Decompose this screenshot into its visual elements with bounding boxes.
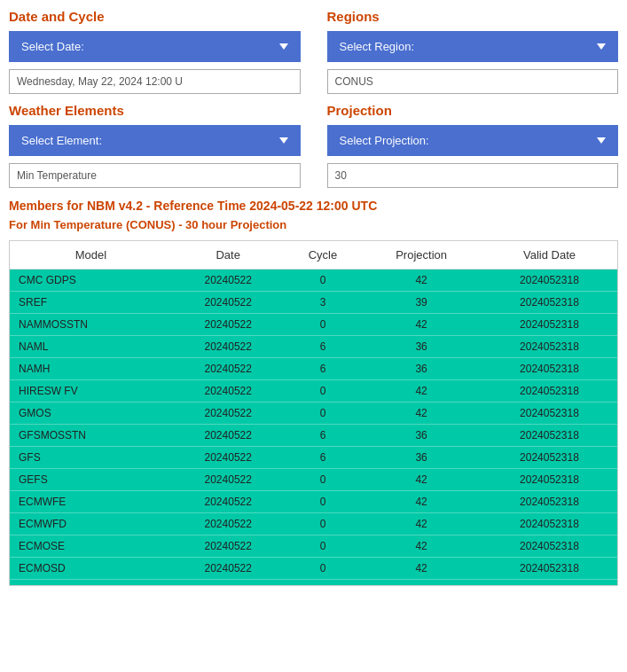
table-cell: 6 [285, 425, 362, 447]
table-cell: ECMWFD [10, 513, 172, 535]
members-table: Model Date Cycle Projection Valid Date C… [10, 241, 617, 586]
table-row: CMCE202405220422024052318 [10, 580, 617, 587]
table-cell: NAML [10, 336, 172, 358]
table-row: SREF202405223392024052318 [10, 292, 617, 314]
table-cell: 2024052318 [482, 558, 617, 580]
members-subtitle: For Min Temperature (CONUS) - 30 hour Pr… [9, 218, 618, 231]
table-cell: 20240522 [172, 292, 285, 314]
table-row: GFS202405226362024052318 [10, 447, 617, 469]
table-cell: 39 [361, 292, 482, 314]
date-value-input[interactable] [9, 69, 301, 94]
select-date-label: Select Date: [21, 40, 84, 53]
table-cell: 42 [361, 314, 482, 336]
table-cell: 0 [285, 469, 362, 491]
select-element-label: Select Element: [21, 134, 102, 147]
table-row: ECMWFD202405220422024052318 [10, 513, 617, 535]
col-date: Date [172, 241, 285, 270]
table-cell: 42 [361, 580, 482, 587]
table-cell: CMCE [10, 580, 172, 587]
table-row: NAML202405226362024052318 [10, 336, 617, 358]
table-cell: 2024052318 [482, 270, 617, 292]
table-cell: 20240522 [172, 425, 285, 447]
table-cell: 20240522 [172, 336, 285, 358]
select-projection-dropdown[interactable]: Select Projection: [327, 125, 619, 156]
table-cell: 0 [285, 513, 362, 535]
table-cell: 2024052318 [482, 292, 617, 314]
table-cell: 6 [285, 447, 362, 469]
table-cell: GEFS [10, 469, 172, 491]
select-element-dropdown[interactable]: Select Element: [9, 125, 301, 156]
table-cell: 2024052318 [482, 425, 617, 447]
table-cell: 42 [361, 402, 482, 425]
select-date-dropdown[interactable]: Select Date: [9, 31, 301, 62]
table-cell: NAMH [10, 358, 172, 380]
table-cell: ECMOSD [10, 558, 172, 580]
table-row: ECMOSE202405220422024052318 [10, 535, 617, 558]
table-cell: 0 [285, 314, 362, 336]
table-cell: ECMOSE [10, 535, 172, 558]
table-cell: 20240522 [172, 558, 285, 580]
table-cell: 20240522 [172, 580, 285, 587]
date-cycle-panel: Date and Cycle Select Date: Weather Elem… [9, 9, 301, 188]
table-cell: 2024052318 [482, 491, 617, 513]
chevron-down-icon [279, 43, 288, 50]
regions-panel: Regions Select Region: Projection Select… [327, 9, 619, 188]
table-cell: 42 [361, 535, 482, 558]
table-cell: 20240522 [172, 358, 285, 380]
table-cell: 36 [361, 358, 482, 380]
table-cell: GFSMOSSTN [10, 425, 172, 447]
table-cell: 20240522 [172, 469, 285, 491]
table-cell: 20240522 [172, 513, 285, 535]
table-cell: 2024052318 [482, 535, 617, 558]
table-cell: CMC GDPS [10, 270, 172, 292]
table-cell: 2024052318 [482, 380, 617, 402]
table-cell: GFS [10, 447, 172, 469]
table-cell: 0 [285, 535, 362, 558]
col-valid-date: Valid Date [482, 241, 617, 270]
table-cell: 2024052318 [482, 358, 617, 380]
table-cell: 0 [285, 580, 362, 587]
table-cell: 42 [361, 491, 482, 513]
weather-elements-title: Weather Elements [9, 103, 301, 118]
table-cell: 42 [361, 513, 482, 535]
table-cell: ECMWFE [10, 491, 172, 513]
projection-title: Projection [327, 103, 619, 118]
table-row: ECMWFE202405220422024052318 [10, 491, 617, 513]
table-cell: 2024052318 [482, 336, 617, 358]
table-cell: 6 [285, 358, 362, 380]
table-cell: 36 [361, 336, 482, 358]
table-cell: 2024052318 [482, 469, 617, 491]
table-cell: 0 [285, 380, 362, 402]
table-cell: 20240522 [172, 270, 285, 292]
chevron-down-icon [597, 137, 606, 144]
table-cell: 2024052318 [482, 314, 617, 336]
table-cell: 20240522 [172, 380, 285, 402]
chevron-down-icon [279, 137, 288, 144]
date-cycle-title: Date and Cycle [9, 9, 301, 24]
table-row: NAMMOSSTN202405220422024052318 [10, 314, 617, 336]
table-cell: 2024052318 [482, 447, 617, 469]
table-cell: 2024052318 [482, 402, 617, 425]
col-model: Model [10, 241, 172, 270]
select-region-dropdown[interactable]: Select Region: [327, 31, 619, 62]
table-row: GMOS202405220422024052318 [10, 402, 617, 425]
table-cell: 20240522 [172, 447, 285, 469]
col-projection: Projection [361, 241, 482, 270]
table-cell: 36 [361, 447, 482, 469]
element-value-input[interactable] [9, 163, 301, 188]
table-cell: 20240522 [172, 402, 285, 425]
table-cell: 42 [361, 380, 482, 402]
table-cell: 0 [285, 558, 362, 580]
table-cell: 20240522 [172, 314, 285, 336]
table-row: GEFS202405220422024052318 [10, 469, 617, 491]
col-cycle: Cycle [285, 241, 362, 270]
table-cell: 6 [285, 336, 362, 358]
regions-title: Regions [327, 9, 619, 24]
members-table-container[interactable]: Model Date Cycle Projection Valid Date C… [9, 240, 618, 586]
projection-value-input[interactable] [327, 163, 619, 188]
table-row: ECMOSD202405220422024052318 [10, 558, 617, 580]
table-cell: HIRESW FV [10, 380, 172, 402]
region-value-input[interactable] [327, 69, 619, 94]
table-row: GFSMOSSTN202405226362024052318 [10, 425, 617, 447]
members-info-title: Members for NBM v4.2 - Reference Time 20… [9, 199, 618, 213]
